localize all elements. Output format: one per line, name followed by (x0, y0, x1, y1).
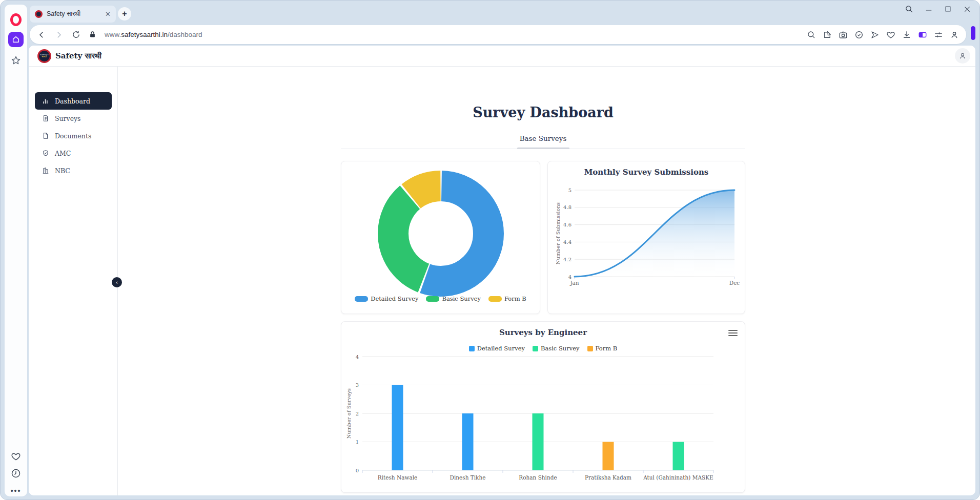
sidebar-item-amc[interactable]: AMC (35, 144, 112, 162)
legend-item[interactable]: Detailed Survey (355, 295, 418, 302)
history-button[interactable] (10, 468, 22, 479)
minimize-icon[interactable] (925, 5, 933, 13)
bookmark-heart-icon[interactable] (886, 30, 895, 39)
compose-icon[interactable] (823, 30, 832, 39)
back-icon[interactable] (37, 30, 46, 39)
x-tick-label: Atul (Gahininath) MASKE (643, 474, 713, 481)
tab-close-icon[interactable]: ✕ (105, 10, 111, 18)
donut-legend: Detailed SurveyBasic SurveyForm B (341, 295, 540, 302)
dashboard-sidebar: Dashboard Surveys Documents AMC NBC (29, 67, 118, 495)
y-tick-label: 5 (568, 187, 571, 193)
home-button[interactable] (8, 32, 24, 47)
bar[interactable] (533, 413, 544, 470)
reload-icon[interactable] (72, 30, 80, 39)
bar-chart-title: Surveys by Engineer (341, 328, 745, 337)
page-title: Survey Dashboard (341, 105, 745, 120)
sidebar-item-label: NBC (55, 167, 70, 175)
maximize-icon[interactable] (944, 5, 952, 13)
legend-item[interactable]: Detailed Survey (469, 345, 525, 352)
legend-swatch (469, 346, 475, 351)
clock-icon (11, 468, 21, 478)
bar[interactable] (392, 385, 403, 471)
line-chart: 44.24.44.64.85JanDecNumber of Submission… (556, 184, 741, 291)
y-axis-title: Number of Surveys (346, 388, 352, 439)
settings-sliders-icon[interactable] (934, 30, 943, 39)
profile-icon[interactable] (950, 30, 959, 39)
legend-label: Basic Survey (541, 345, 580, 352)
send-to-device-icon[interactable] (870, 30, 880, 39)
bar[interactable] (603, 442, 614, 471)
opera-logo-icon[interactable] (10, 13, 22, 26)
web-page: SAFETY सारथी Safety सारथी Dashboard Surv… (29, 46, 975, 495)
sidebar-panel-indicator[interactable] (971, 26, 975, 40)
sidebar-item-label: AMC (55, 150, 71, 157)
browser-window: ••• Safety सारथी ✕ + www.safetysaarthi.i… (0, 0, 980, 500)
favorites-button[interactable] (10, 451, 22, 462)
site-logo: SAFETY सारथी (37, 49, 51, 63)
download-icon[interactable] (902, 30, 911, 39)
window-search-icon[interactable] (905, 5, 913, 13)
donut-chart-card: Detailed SurveyBasic SurveyForm B (341, 161, 540, 314)
url-text[interactable]: www.safetysaarthi.in/dashboard (105, 31, 202, 38)
bar-legend: Detailed SurveyBasic SurveyForm B (341, 345, 745, 352)
legend-swatch (355, 296, 368, 302)
dashboard-main: Survey Dashboard Base Surveys Detailed S… (118, 67, 971, 495)
file-text-icon (42, 115, 49, 122)
legend-item[interactable]: Form B (488, 295, 526, 302)
sidebar-item-label: Surveys (55, 115, 81, 122)
snapshot-camera-icon[interactable] (839, 30, 848, 39)
donut-chart (374, 167, 507, 300)
x-tick-label: Pratiksha Kadam (585, 474, 631, 481)
x-tick-label: Ritesh Nawale (378, 474, 417, 481)
tab-divider (341, 149, 745, 149)
shield-check-icon (42, 150, 49, 157)
address-bar[interactable]: www.safetysaarthi.in/dashboard (30, 25, 966, 44)
close-icon[interactable] (963, 5, 971, 13)
y-tick-label: 4.4 (563, 239, 571, 245)
browser-tab[interactable]: Safety सारथी ✕ (30, 6, 116, 23)
forward-icon[interactable] (54, 30, 64, 39)
x-tick-label: Rohan Shinde (519, 474, 557, 481)
more-options-button[interactable]: ••• (10, 485, 22, 496)
legend-swatch (533, 346, 538, 351)
y-tick-label: 4.2 (563, 257, 571, 262)
legend-swatch (587, 346, 593, 351)
sidebar-item-documents[interactable]: Documents (35, 127, 112, 144)
y-tick-label: 3 (356, 382, 359, 388)
contrast-toggle-icon[interactable] (918, 30, 927, 39)
bar-chart: 01234Number of SurveysRitesh NawaleDines… (341, 352, 729, 487)
url-path: /dashboard (168, 31, 202, 38)
x-tick-label: Jan (569, 280, 579, 286)
site-brand-name: Safety सारथी (55, 51, 101, 60)
lock-icon[interactable] (89, 31, 96, 38)
bar-chart-icon (42, 97, 49, 105)
pinboards-button[interactable] (10, 55, 22, 66)
legend-swatch (488, 296, 502, 302)
vpn-badge-icon[interactable] (854, 30, 864, 39)
tab-base-surveys[interactable]: Base Surveys (341, 134, 745, 142)
bar[interactable] (462, 413, 474, 470)
sidebar-item-nbc[interactable]: NBC (35, 162, 112, 179)
new-tab-button[interactable]: + (118, 7, 131, 20)
building-icon (42, 167, 49, 174)
legend-item[interactable]: Basic Survey (533, 345, 580, 352)
file-icon (42, 132, 49, 139)
line-chart-title: Monthly Survey Submissions (548, 168, 745, 177)
find-on-page-icon[interactable] (807, 30, 816, 39)
sidebar-collapse-button[interactable]: ‹ (112, 277, 122, 287)
legend-label: Detailed Survey (477, 345, 525, 352)
sidebar-item-surveys[interactable]: Surveys (35, 110, 112, 127)
sidebar-item-dashboard[interactable]: Dashboard (35, 92, 112, 110)
legend-item[interactable]: Basic Survey (426, 295, 481, 302)
legend-item[interactable]: Form B (587, 345, 618, 352)
x-tick-label: Dec (729, 280, 740, 286)
y-tick-label: 4.6 (563, 222, 571, 227)
account-button[interactable] (955, 48, 970, 64)
bar[interactable] (673, 442, 684, 471)
y-tick-label: 4.8 (563, 204, 571, 210)
heart-icon (11, 451, 21, 462)
bar-chart-card: Surveys by Engineer Detailed SurveyBasic… (341, 321, 745, 493)
legend-label: Form B (504, 295, 526, 302)
chart-context-menu-icon[interactable] (728, 329, 738, 337)
y-tick-label: 0 (356, 468, 359, 473)
